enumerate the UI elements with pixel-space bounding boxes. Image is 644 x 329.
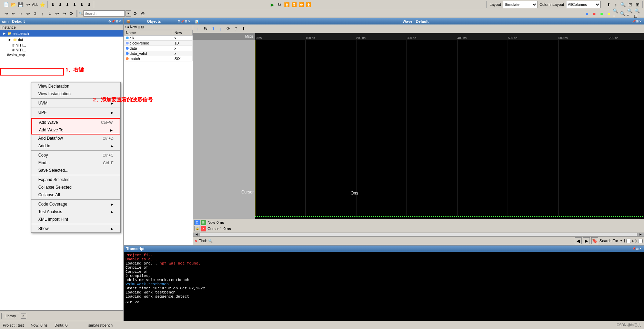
layout-select[interactable]: Simulate: [503, 1, 537, 8]
ctx-add-dataflow[interactable]: Add Dataflow Ctrl+D: [31, 134, 120, 142]
sim-icon6[interactable]: ⏫: [305, 1, 312, 8]
save-icon[interactable]: 💾: [17, 1, 24, 8]
ctx-save-selected[interactable]: Save Selected...: [31, 167, 120, 174]
wave-tb3[interactable]: ⬆: [210, 25, 217, 32]
search-input[interactable]: [83, 10, 125, 17]
find-next[interactable]: ▶: [583, 237, 590, 244]
snap-icon[interactable]: ⊞: [634, 1, 641, 8]
transcript-pin[interactable]: 📌: [632, 247, 636, 250]
compile5-icon[interactable]: ⬇: [78, 1, 85, 8]
scroll-left[interactable]: ◀: [193, 233, 200, 236]
compile2-icon[interactable]: ⬇: [57, 1, 63, 8]
tree-item-init2[interactable]: #INITI...: [0, 48, 123, 52]
cursor-del-icon[interactable]: ✕: [201, 226, 206, 231]
color-icon4[interactable]: ■: [605, 10, 612, 17]
search-opt[interactable]: ⊕: [139, 10, 146, 17]
ctx-code-coverage[interactable]: Code Coverage ▶: [31, 200, 120, 208]
sim-icon5[interactable]: ⏩: [298, 1, 305, 8]
find-icon[interactable]: 🔍: [208, 239, 212, 243]
scroll-track[interactable]: [200, 233, 637, 236]
tree-item-init1[interactable]: #INITI...: [0, 43, 123, 48]
ctx-collapse-all[interactable]: Collapse All: [31, 191, 120, 199]
color-icon3[interactable]: ■: [598, 10, 605, 17]
ctx-collapse-selected[interactable]: Collapse Selected: [31, 183, 120, 191]
find-prev[interactable]: ◀: [575, 237, 582, 244]
obj-row-data[interactable]: data x: [124, 46, 193, 51]
wave-tb1[interactable]: ↓: [194, 25, 201, 32]
search-checkbox1[interactable]: [626, 239, 631, 243]
sim-panel-settings[interactable]: ⚙: [108, 20, 111, 23]
all-icon[interactable]: ALL: [32, 1, 39, 8]
transcript-float[interactable]: ⊞: [636, 247, 639, 250]
indent-icon8[interactable]: ↩: [53, 10, 60, 17]
zoom-all-icon[interactable]: 🔍*: [627, 10, 634, 17]
cursor-icon[interactable]: ↕: [612, 1, 619, 8]
scroll-right[interactable]: ▶: [637, 233, 644, 236]
obj-row-clockperiod[interactable]: clockPeriod 10: [124, 41, 193, 46]
library-extra-btn[interactable]: ×: [21, 313, 26, 319]
tree-item-vsim-cap[interactable]: #vsim_cap...: [0, 52, 123, 57]
wave-panel-close[interactable]: ✕: [639, 20, 642, 23]
search-dropdown[interactable]: ▼: [125, 10, 131, 17]
find-bookmark[interactable]: 🔖: [591, 237, 598, 244]
zoom-icon[interactable]: 🔍: [620, 1, 626, 8]
wave-panel-pin[interactable]: 📌: [632, 20, 636, 23]
indent-icon3[interactable]: ↔: [17, 10, 24, 17]
obj-row-match[interactable]: match StX: [124, 56, 193, 61]
color-icon1[interactable]: ■: [584, 10, 591, 17]
ctx-expand-selected[interactable]: Expand Selected: [31, 176, 120, 183]
sim-icon4[interactable]: ⏬: [291, 1, 298, 8]
undo-icon[interactable]: ↩: [24, 1, 31, 8]
column-layout-select[interactable]: AllColumns: [566, 1, 601, 8]
indent-icon2[interactable]: ⇤: [10, 10, 17, 17]
cursor-lock-icon[interactable]: 🔒: [194, 226, 200, 231]
ctx-show[interactable]: Show ▶: [31, 225, 120, 232]
open-icon[interactable]: 📂: [10, 1, 17, 8]
compile3-icon[interactable]: ⬇: [64, 1, 71, 8]
sim-icon1[interactable]: ▶: [269, 1, 276, 8]
objects-panel-settings[interactable]: ⚙: [178, 20, 180, 23]
wave-tb5[interactable]: ⟳: [225, 25, 232, 32]
wave-ctrl-icon1[interactable]: ⊡: [194, 220, 200, 225]
library-tab[interactable]: Library: [1, 313, 19, 319]
objects-panel-pin[interactable]: 📌: [181, 20, 184, 23]
indent-icon6[interactable]: ↕: [39, 10, 46, 17]
find-close[interactable]: ✕: [194, 239, 197, 243]
indent-icon4[interactable]: ⇔: [24, 10, 31, 17]
ctx-add-wave-to[interactable]: Add Wave To ▶: [32, 126, 120, 134]
objects-panel-float[interactable]: ⊞: [185, 20, 188, 23]
tree-item-testbench[interactable]: ▶ 📁 testbench: [0, 30, 123, 37]
wave-hscrollbar[interactable]: ◀ ▶: [193, 232, 644, 236]
new-icon[interactable]: 📄: [3, 1, 10, 8]
ctx-add-wave[interactable]: Add Wave Ctrl+W: [32, 119, 120, 126]
search-go[interactable]: ⚙: [132, 10, 139, 17]
obj-icon2[interactable]: ■: [127, 25, 129, 29]
indent-icon5[interactable]: ⇕: [32, 10, 39, 17]
wave-tb4[interactable]: ↓: [217, 25, 224, 32]
obj-icon1[interactable]: ↕: [125, 25, 127, 29]
zoom-out-icon[interactable]: 🔍-: [620, 10, 627, 17]
zoom-in-icon[interactable]: 🔍+: [613, 10, 620, 17]
star-icon[interactable]: ⭐: [39, 1, 46, 8]
obj-row-data-valid[interactable]: data_valid x: [124, 51, 193, 56]
tree-item-dut[interactable]: ▶ 📁 dut: [0, 37, 123, 43]
search-for-dropdown[interactable]: ▼: [620, 239, 623, 242]
wave-tb2[interactable]: ↻: [202, 25, 209, 32]
sim-icon3[interactable]: ⏫: [283, 1, 290, 8]
obj-row-clk[interactable]: clk x: [124, 36, 193, 41]
compile6-icon[interactable]: ⬇: [85, 1, 92, 8]
obj-icon4[interactable]: ⊟: [141, 25, 144, 29]
indent-icon7[interactable]: ⤵: [46, 10, 53, 17]
ctx-test-analysis[interactable]: Test Analysis ▶: [31, 208, 120, 216]
objects-panel-close[interactable]: ✕: [188, 20, 191, 23]
obj-icon3[interactable]: ⊞: [138, 25, 140, 29]
sim-icon2[interactable]: ↻: [276, 1, 283, 8]
sim-panel-close[interactable]: ✕: [119, 20, 121, 23]
compile4-icon[interactable]: ⬇: [71, 1, 78, 8]
ctx-copy[interactable]: Copy Ctrl+C: [31, 151, 120, 159]
indent-icon9[interactable]: ↪: [61, 10, 68, 17]
ctx-find[interactable]: Find... Ctrl+F: [31, 159, 120, 167]
ctx-xml-import-hint[interactable]: XML Import Hint: [31, 216, 120, 223]
ctx-add-to[interactable]: Add to ▶: [31, 142, 120, 150]
wave-panel-float[interactable]: ⊞: [636, 20, 639, 23]
